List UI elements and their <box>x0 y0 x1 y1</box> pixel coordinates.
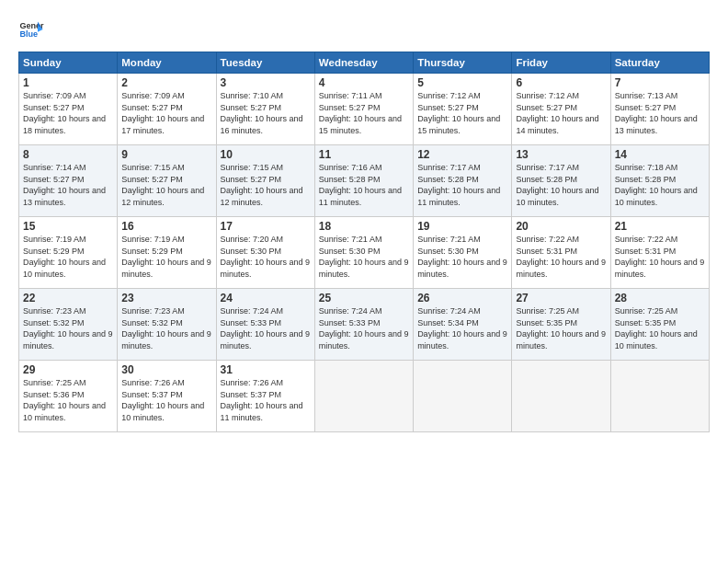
calendar-cell <box>512 361 610 432</box>
logo: General Blue <box>18 17 44 42</box>
day-info: Sunrise: 7:12 AMSunset: 5:27 PMDaylight:… <box>417 91 500 135</box>
calendar-cell: 11 Sunrise: 7:16 AMSunset: 5:28 PMDaylig… <box>314 145 413 217</box>
week-row-5: 29 Sunrise: 7:25 AMSunset: 5:36 PMDaylig… <box>19 361 710 432</box>
logo-icon: General Blue <box>18 17 44 42</box>
calendar-cell: 18 Sunrise: 7:21 AMSunset: 5:30 PMDaylig… <box>314 217 413 289</box>
day-info: Sunrise: 7:26 AMSunset: 5:37 PMDaylight:… <box>121 378 204 422</box>
calendar-cell <box>314 361 413 432</box>
calendar-cell: 12 Sunrise: 7:17 AMSunset: 5:28 PMDaylig… <box>414 145 512 217</box>
calendar-cell: 17 Sunrise: 7:20 AMSunset: 5:30 PMDaylig… <box>216 217 314 289</box>
calendar-cell <box>610 361 709 432</box>
day-number: 31 <box>221 363 311 376</box>
day-info: Sunrise: 7:23 AMSunset: 5:32 PMDaylight:… <box>121 306 211 350</box>
calendar-cell: 6 Sunrise: 7:12 AMSunset: 5:27 PMDayligh… <box>512 74 610 145</box>
calendar-cell: 3 Sunrise: 7:10 AMSunset: 5:27 PMDayligh… <box>216 74 314 145</box>
header: General Blue <box>18 17 710 42</box>
day-number: 17 <box>221 220 311 233</box>
day-info: Sunrise: 7:09 AMSunset: 5:27 PMDaylight:… <box>121 91 204 135</box>
day-number: 10 <box>221 148 311 161</box>
calendar-table: SundayMondayTuesdayWednesdayThursdayFrid… <box>18 52 710 432</box>
day-info: Sunrise: 7:14 AMSunset: 5:27 PMDaylight:… <box>23 163 106 207</box>
calendar-cell: 4 Sunrise: 7:11 AMSunset: 5:27 PMDayligh… <box>314 74 413 145</box>
day-number: 21 <box>615 220 705 233</box>
page: General Blue SundayMondayTuesdayWednesda… <box>0 0 728 442</box>
day-info: Sunrise: 7:23 AMSunset: 5:32 PMDaylight:… <box>23 306 113 350</box>
day-number: 16 <box>121 220 211 233</box>
calendar-cell: 14 Sunrise: 7:18 AMSunset: 5:28 PMDaylig… <box>610 145 709 217</box>
calendar-cell: 19 Sunrise: 7:21 AMSunset: 5:30 PMDaylig… <box>414 217 512 289</box>
calendar-cell: 22 Sunrise: 7:23 AMSunset: 5:32 PMDaylig… <box>19 289 118 361</box>
day-number: 1 <box>23 76 113 89</box>
day-number: 26 <box>417 292 507 304</box>
day-info: Sunrise: 7:25 AMSunset: 5:35 PMDaylight:… <box>615 306 698 350</box>
weekday-header-friday: Friday <box>512 52 610 74</box>
calendar-cell: 7 Sunrise: 7:13 AMSunset: 5:27 PMDayligh… <box>610 74 709 145</box>
day-info: Sunrise: 7:09 AMSunset: 5:27 PMDaylight:… <box>23 91 106 135</box>
day-number: 28 <box>615 292 705 304</box>
day-info: Sunrise: 7:26 AMSunset: 5:37 PMDaylight:… <box>221 378 303 422</box>
day-info: Sunrise: 7:19 AMSunset: 5:29 PMDaylight:… <box>121 235 211 279</box>
calendar-cell: 2 Sunrise: 7:09 AMSunset: 5:27 PMDayligh… <box>118 74 216 145</box>
day-info: Sunrise: 7:10 AMSunset: 5:27 PMDaylight:… <box>221 91 303 135</box>
calendar-cell: 30 Sunrise: 7:26 AMSunset: 5:37 PMDaylig… <box>118 361 216 432</box>
day-number: 6 <box>516 76 606 89</box>
weekday-header-monday: Monday <box>118 52 216 74</box>
day-number: 3 <box>221 76 311 89</box>
day-info: Sunrise: 7:15 AMSunset: 5:27 PMDaylight:… <box>221 163 303 207</box>
day-info: Sunrise: 7:18 AMSunset: 5:28 PMDaylight:… <box>615 163 698 207</box>
week-row-2: 8 Sunrise: 7:14 AMSunset: 5:27 PMDayligh… <box>19 145 710 217</box>
calendar-cell: 29 Sunrise: 7:25 AMSunset: 5:36 PMDaylig… <box>19 361 118 432</box>
day-info: Sunrise: 7:17 AMSunset: 5:28 PMDaylight:… <box>417 163 500 207</box>
day-number: 2 <box>121 76 211 89</box>
calendar-cell: 15 Sunrise: 7:19 AMSunset: 5:29 PMDaylig… <box>19 217 118 289</box>
day-number: 27 <box>516 292 606 304</box>
day-number: 11 <box>319 148 409 161</box>
day-number: 5 <box>417 76 507 89</box>
weekday-header-saturday: Saturday <box>610 52 709 74</box>
day-info: Sunrise: 7:22 AMSunset: 5:31 PMDaylight:… <box>516 235 606 279</box>
day-info: Sunrise: 7:17 AMSunset: 5:28 PMDaylight:… <box>516 163 598 207</box>
calendar-cell: 13 Sunrise: 7:17 AMSunset: 5:28 PMDaylig… <box>512 145 610 217</box>
calendar-cell <box>414 361 512 432</box>
day-info: Sunrise: 7:19 AMSunset: 5:29 PMDaylight:… <box>23 235 106 279</box>
calendar-cell: 23 Sunrise: 7:23 AMSunset: 5:32 PMDaylig… <box>118 289 216 361</box>
calendar-cell: 10 Sunrise: 7:15 AMSunset: 5:27 PMDaylig… <box>216 145 314 217</box>
day-number: 18 <box>319 220 409 233</box>
weekday-header-tuesday: Tuesday <box>216 52 314 74</box>
calendar-cell: 28 Sunrise: 7:25 AMSunset: 5:35 PMDaylig… <box>610 289 709 361</box>
week-row-4: 22 Sunrise: 7:23 AMSunset: 5:32 PMDaylig… <box>19 289 710 361</box>
day-number: 7 <box>615 76 705 89</box>
svg-text:Blue: Blue <box>19 29 38 39</box>
day-number: 23 <box>121 292 211 304</box>
calendar-cell: 5 Sunrise: 7:12 AMSunset: 5:27 PMDayligh… <box>414 74 512 145</box>
day-number: 24 <box>221 292 311 304</box>
day-info: Sunrise: 7:16 AMSunset: 5:28 PMDaylight:… <box>319 163 402 207</box>
day-info: Sunrise: 7:11 AMSunset: 5:27 PMDaylight:… <box>319 91 402 135</box>
day-number: 13 <box>516 148 606 161</box>
day-info: Sunrise: 7:12 AMSunset: 5:27 PMDaylight:… <box>516 91 598 135</box>
calendar-cell: 25 Sunrise: 7:24 AMSunset: 5:33 PMDaylig… <box>314 289 413 361</box>
day-number: 22 <box>23 292 113 304</box>
day-number: 25 <box>319 292 409 304</box>
day-number: 4 <box>319 76 409 89</box>
day-number: 9 <box>121 148 211 161</box>
calendar-cell: 20 Sunrise: 7:22 AMSunset: 5:31 PMDaylig… <box>512 217 610 289</box>
weekday-header-sunday: Sunday <box>19 52 118 74</box>
day-info: Sunrise: 7:22 AMSunset: 5:31 PMDaylight:… <box>615 235 705 279</box>
day-info: Sunrise: 7:15 AMSunset: 5:27 PMDaylight:… <box>121 163 204 207</box>
calendar-cell: 1 Sunrise: 7:09 AMSunset: 5:27 PMDayligh… <box>19 74 118 145</box>
day-info: Sunrise: 7:25 AMSunset: 5:36 PMDaylight:… <box>23 378 106 422</box>
calendar-cell: 16 Sunrise: 7:19 AMSunset: 5:29 PMDaylig… <box>118 217 216 289</box>
day-number: 29 <box>23 363 113 376</box>
weekday-header-thursday: Thursday <box>414 52 512 74</box>
day-number: 12 <box>417 148 507 161</box>
day-info: Sunrise: 7:20 AMSunset: 5:30 PMDaylight:… <box>221 235 311 279</box>
day-number: 14 <box>615 148 705 161</box>
day-info: Sunrise: 7:21 AMSunset: 5:30 PMDaylight:… <box>417 235 507 279</box>
day-info: Sunrise: 7:21 AMSunset: 5:30 PMDaylight:… <box>319 235 409 279</box>
day-info: Sunrise: 7:24 AMSunset: 5:33 PMDaylight:… <box>221 306 311 350</box>
week-row-1: 1 Sunrise: 7:09 AMSunset: 5:27 PMDayligh… <box>19 74 710 145</box>
day-info: Sunrise: 7:24 AMSunset: 5:34 PMDaylight:… <box>417 306 507 350</box>
calendar-cell: 31 Sunrise: 7:26 AMSunset: 5:37 PMDaylig… <box>216 361 314 432</box>
day-number: 19 <box>417 220 507 233</box>
